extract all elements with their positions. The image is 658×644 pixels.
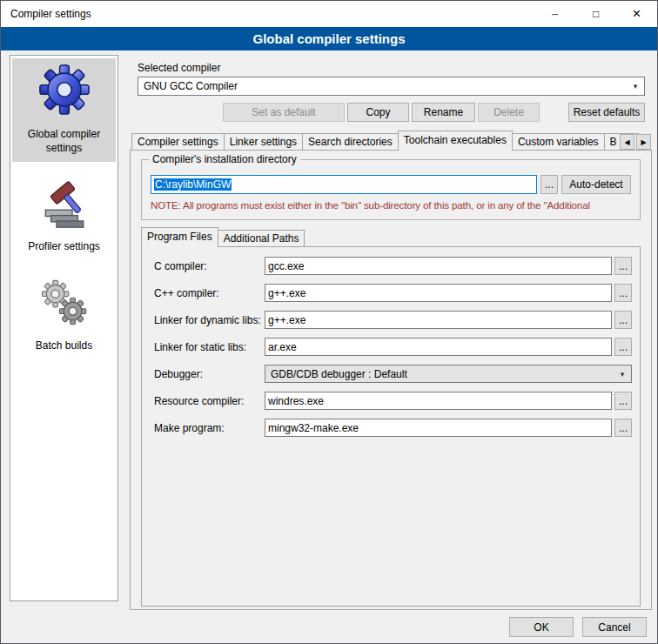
linker-dynamic-browse-button[interactable]: ... <box>614 311 632 329</box>
installation-directory-value: C:\raylib\MinGW <box>154 178 232 191</box>
debugger-value: GDB/CDB debugger : Default <box>271 368 615 380</box>
chevron-down-icon: ▾ <box>628 82 642 91</box>
debugger-label: Debugger: <box>154 368 265 380</box>
installation-directory-group: Compiler's installation directory C:\ray… <box>141 159 641 220</box>
sidebar-item-profiler-settings[interactable]: Profiler settings <box>12 174 116 261</box>
reset-defaults-button[interactable]: Reset defaults <box>568 103 645 122</box>
tab-program-files[interactable]: Program Files <box>141 227 218 247</box>
ellipsis-icon: ... <box>619 314 628 326</box>
sidebar-item-label: Batch builds <box>36 339 92 353</box>
window-controls: ─ □ × <box>534 1 657 27</box>
tab-additional-paths[interactable]: Additional Paths <box>218 230 306 246</box>
maximize-icon: □ <box>593 8 599 20</box>
debugger-row: Debugger: GDB/CDB debugger : Default ▾ <box>154 365 632 383</box>
resource-compiler-browse-button[interactable]: ... <box>614 392 632 410</box>
installation-directory-group-title: Compiler's installation directory <box>149 153 300 165</box>
ellipsis-icon: ... <box>619 341 628 353</box>
rename-button[interactable]: Rename <box>412 103 475 122</box>
cancel-button[interactable]: Cancel <box>582 617 647 637</box>
bin-subdirectory-note: NOTE: All programs must exist either in … <box>151 199 631 212</box>
compiler-action-row: Set as default Copy Rename Delete Reset … <box>138 103 645 122</box>
program-tabstrip: Program Files Additional Paths <box>141 227 641 247</box>
c-compiler-browse-button[interactable]: ... <box>614 257 632 275</box>
ellipsis-icon: ... <box>619 260 628 272</box>
linker-static-input[interactable]: ar.exe <box>265 338 612 356</box>
linker-static-browse-button[interactable]: ... <box>614 338 632 356</box>
c-compiler-row: C compiler: gcc.exe ... <box>154 257 632 275</box>
make-program-input[interactable]: mingw32-make.exe <box>265 419 612 437</box>
selected-compiler-dropdown[interactable]: GNU GCC Compiler ▾ <box>138 77 645 96</box>
sidebar-item-batch-builds[interactable]: Batch builds <box>12 273 116 360</box>
make-program-row: Make program: mingw32-make.exe ... <box>154 419 632 437</box>
c-compiler-label: C compiler: <box>154 260 265 272</box>
dialog-footer: OK Cancel <box>509 617 647 637</box>
batch-builds-icon <box>39 278 90 328</box>
tab-compiler-settings[interactable]: Compiler settings <box>131 133 225 150</box>
ellipsis-icon: ... <box>619 395 628 407</box>
tab-linker-settings[interactable]: Linker settings <box>224 133 303 150</box>
ellipsis-icon: ... <box>545 178 554 191</box>
linker-dynamic-row: Linker for dynamic libs: g++.exe ... <box>154 311 632 329</box>
ok-button[interactable]: OK <box>509 617 574 637</box>
maximize-button[interactable]: □ <box>575 1 616 27</box>
scroll-left-icon: ◀ <box>624 138 629 146</box>
close-icon: × <box>633 5 641 23</box>
linker-dynamic-label: Linker for dynamic libs: <box>154 314 265 326</box>
tab-search-directories[interactable]: Search directories <box>302 133 399 150</box>
c-compiler-control: gcc.exe ... <box>265 257 632 275</box>
c-compiler-input[interactable]: gcc.exe <box>265 257 612 275</box>
debugger-control: GDB/CDB debugger : Default ▾ <box>265 365 632 383</box>
linker-dynamic-value: g++.exe <box>268 314 306 326</box>
scroll-right-icon: ▶ <box>641 138 646 146</box>
program-files-panel: C compiler: gcc.exe ... C++ compiler: g+… <box>141 246 641 607</box>
set-as-default-button[interactable]: Set as default <box>223 103 345 122</box>
linker-dynamic-input[interactable]: g++.exe <box>265 311 612 329</box>
sidebar-item-label: Profiler settings <box>28 240 100 254</box>
resource-compiler-row: Resource compiler: windres.exe ... <box>154 392 632 410</box>
selected-compiler-label: Selected compiler <box>138 62 652 74</box>
window-title: Compiler settings <box>1 8 91 20</box>
cpp-compiler-row: C++ compiler: g++.exe ... <box>154 284 632 302</box>
close-button[interactable]: × <box>616 1 657 27</box>
tab-scroll-left-button[interactable]: ◀ <box>620 134 634 150</box>
settings-tabstrip: Compiler settings Linker settings Search… <box>131 131 651 151</box>
linker-dynamic-control: g++.exe ... <box>265 311 632 329</box>
make-program-label: Make program: <box>154 422 265 434</box>
selected-compiler-value: GNU GCC Compiler <box>144 80 628 92</box>
minimize-button[interactable]: ─ <box>534 1 575 27</box>
linker-static-value: ar.exe <box>268 341 297 353</box>
debugger-dropdown[interactable]: GDB/CDB debugger : Default ▾ <box>265 365 632 383</box>
resource-compiler-control: windres.exe ... <box>265 392 632 410</box>
installation-directory-input[interactable]: C:\raylib\MinGW <box>151 175 537 194</box>
tab-custom-variables[interactable]: Custom variables <box>512 133 605 150</box>
tab-toolchain-executables[interactable]: Toolchain executables <box>398 131 513 151</box>
minimize-icon: ─ <box>552 10 558 19</box>
browse-directory-button[interactable]: ... <box>540 175 558 194</box>
auto-detect-button[interactable]: Auto-detect <box>561 175 631 194</box>
linker-static-control: ar.exe ... <box>265 338 632 356</box>
make-program-browse-button[interactable]: ... <box>614 419 632 437</box>
cpp-compiler-input[interactable]: g++.exe <box>265 284 612 302</box>
cpp-compiler-browse-button[interactable]: ... <box>614 284 632 302</box>
gear-icon <box>37 63 91 117</box>
make-program-control: mingw32-make.exe ... <box>265 419 632 437</box>
profiler-icon <box>39 178 90 229</box>
toolchain-executables-panel: Compiler's installation directory C:\ray… <box>130 150 652 610</box>
resource-compiler-input[interactable]: windres.exe <box>265 392 612 410</box>
cpp-compiler-control: g++.exe ... <box>265 284 632 302</box>
linker-static-row: Linker for static libs: ar.exe ... <box>154 338 632 356</box>
tabs-viewport: Compiler settings Linker settings Search… <box>131 131 651 151</box>
cpp-compiler-label: C++ compiler: <box>154 287 265 299</box>
linker-static-label: Linker for static libs: <box>154 341 265 353</box>
sidebar-item-global-compiler-settings[interactable]: Global compiler settings <box>12 58 116 162</box>
dialog-banner: Global compiler settings <box>1 27 657 50</box>
resource-compiler-value: windres.exe <box>268 395 324 407</box>
installation-directory-row: C:\raylib\MinGW ... Auto-detect <box>151 175 631 194</box>
tab-scroll-right-button[interactable]: ▶ <box>636 134 651 150</box>
main-content: Selected compiler GNU GCC Compiler ▾ Set… <box>130 55 652 610</box>
copy-button[interactable]: Copy <box>347 103 409 122</box>
resource-compiler-label: Resource compiler: <box>154 395 265 407</box>
tab-scroll-arrows: ◀ ▶ <box>617 134 651 150</box>
titlebar: Compiler settings ─ □ × <box>1 1 657 27</box>
delete-button[interactable]: Delete <box>478 103 540 122</box>
